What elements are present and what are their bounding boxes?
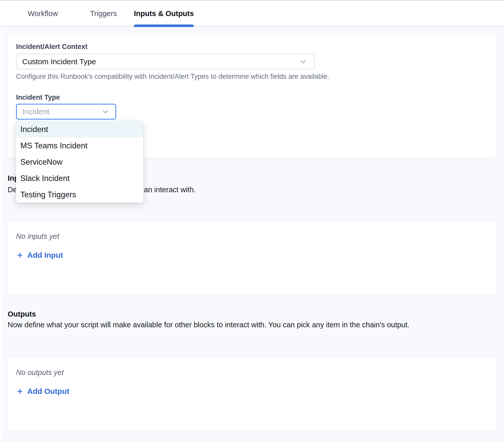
incident-alert-context-label: Incident/Alert Context	[16, 43, 88, 51]
tab-inputs-outputs[interactable]: Inputs & Outputs	[132, 1, 195, 27]
incident-type-select[interactable]: Incident	[16, 104, 116, 120]
incident-context-help-text: Configure this Runbook's compatibility w…	[16, 73, 329, 81]
inputs-card	[8, 221, 496, 295]
outputs-section-description: Now define what your script will make av…	[8, 321, 409, 329]
tab-triggers[interactable]: Triggers	[86, 1, 121, 27]
dropdown-option-ms-teams-incident[interactable]: MS Teams Incident	[16, 138, 143, 154]
incident-type-label: Incident Type	[16, 94, 60, 101]
incident-alert-context-value: Custom Incident Type	[17, 57, 96, 66]
plus-icon	[16, 387, 24, 395]
tab-workflow[interactable]: Workflow	[22, 1, 63, 27]
inputs-section-description-fragment-right: an interact with.	[144, 186, 196, 194]
dropdown-option-slack-incident[interactable]: Slack Incident	[16, 170, 143, 187]
outputs-card	[8, 357, 496, 431]
incident-type-dropdown-menu: Incident MS Teams Incident ServiceNow Sl…	[16, 121, 143, 203]
no-inputs-text: No inputs yet	[16, 232, 59, 241]
active-tab-indicator	[134, 24, 194, 27]
no-outputs-text: No outputs yet	[16, 368, 64, 377]
incident-alert-context-select[interactable]: Custom Incident Type	[16, 54, 315, 69]
tab-bar: Workflow Triggers Inputs & Outputs	[0, 1, 504, 27]
add-output-label: Add Output	[27, 387, 69, 396]
chevron-down-icon	[299, 57, 308, 66]
chevron-down-icon	[101, 107, 110, 116]
add-input-label: Add Input	[27, 251, 63, 259]
dropdown-option-incident[interactable]: Incident	[16, 121, 143, 138]
left-edge-gradient	[0, 27, 3, 442]
tab-inputs-outputs-label: Inputs & Outputs	[134, 9, 194, 18]
dropdown-option-testing-triggers[interactable]: Testing Triggers	[16, 187, 143, 203]
inputs-section-description-fragment-left: De	[8, 186, 17, 194]
tab-workflow-label: Workflow	[28, 9, 58, 18]
plus-icon	[16, 251, 24, 259]
dropdown-option-servicenow[interactable]: ServiceNow	[16, 154, 143, 170]
add-input-button[interactable]: Add Input	[16, 251, 63, 259]
tab-triggers-label: Triggers	[90, 9, 117, 18]
outputs-section-heading: Outputs	[8, 310, 36, 318]
add-output-button[interactable]: Add Output	[16, 387, 69, 396]
incident-type-placeholder: Incident	[17, 107, 49, 116]
